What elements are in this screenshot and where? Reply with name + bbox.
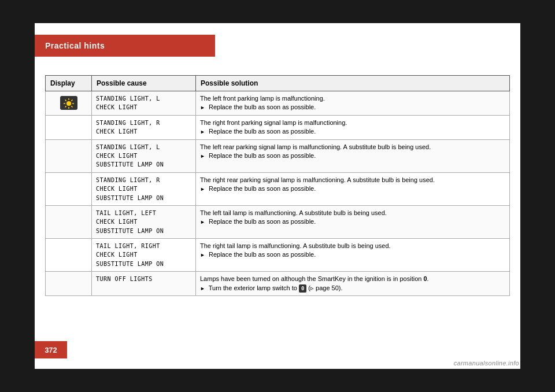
solution-cell: The left rear parking signal lamp is mal…: [196, 139, 510, 172]
solution-cell: The left front parking lamp is malfuncti…: [196, 91, 510, 116]
cause-cell: TAIL LIGHT, LEFTCHECK LIGHTSUBSTITUTE LA…: [92, 205, 196, 238]
cause-text: TURN OFF LIGHTS: [96, 276, 153, 282]
solution-cell: Lamps have been turned on although the S…: [196, 272, 510, 296]
cause-text: STANDING LIGHT, LCHECK LIGHTSUBSTITUTE L…: [96, 144, 164, 168]
table-row: TURN OFF LIGHTS Lamps have been turned o…: [46, 272, 510, 296]
cause-cell: STANDING LIGHT, LCHECK LIGHTSUBSTITUTE L…: [92, 139, 196, 172]
cause-text: STANDING LIGHT, RCHECK LIGHTSUBSTITUTE L…: [96, 177, 164, 201]
table-row: STANDING LIGHT, LCHECK LIGHT The left fr…: [46, 91, 510, 116]
table-row: STANDING LIGHT, RCHECK LIGHTSUBSTITUTE L…: [46, 172, 510, 205]
solution-cell: The right front parking signal lamp is m…: [196, 115, 510, 139]
svg-line-5: [65, 100, 66, 101]
display-cell: [46, 239, 92, 272]
display-cell: [46, 139, 92, 172]
arrow-icon: ►: [200, 285, 205, 293]
solution-cell: The left tail lamp is malfunctioning. A …: [196, 205, 510, 238]
zero-badge: 0: [299, 284, 306, 293]
page-number-box: 372: [35, 341, 67, 358]
cause-text: STANDING LIGHT, LCHECK LIGHT: [96, 95, 160, 110]
col-solution: Possible solution: [196, 76, 510, 91]
svg-line-6: [71, 106, 72, 108]
page-title: Practical hints: [45, 41, 105, 50]
solution-cell: The right tail lamp is malfunctioning. A…: [196, 239, 510, 272]
cause-text: STANDING LIGHT, RCHECK LIGHT: [96, 120, 160, 135]
svg-line-7: [71, 100, 72, 101]
cause-cell: TURN OFF LIGHTS: [92, 272, 196, 296]
watermark: carmanualsonline.info: [454, 360, 519, 367]
hints-table: Display Possible cause Possible solution: [45, 75, 510, 296]
table-row: TAIL LIGHT, RIGHTCHECK LIGHTSUBSTITUTE L…: [46, 239, 510, 272]
cause-cell: TAIL LIGHT, RIGHTCHECK LIGHTSUBSTITUTE L…: [92, 239, 196, 272]
display-cell: [46, 115, 92, 139]
table-row: TAIL LIGHT, LEFTCHECK LIGHTSUBSTITUTE LA…: [46, 205, 510, 238]
main-table-container: Display Possible cause Possible solution: [45, 75, 510, 334]
display-cell: [46, 172, 92, 205]
table-row: STANDING LIGHT, LCHECK LIGHTSUBSTITUTE L…: [46, 139, 510, 172]
display-cell: [46, 205, 92, 238]
arrow-icon: ►: [200, 104, 205, 112]
display-cell: [46, 91, 92, 116]
display-cell: [46, 272, 92, 296]
cause-cell: STANDING LIGHT, RCHECK LIGHT: [92, 115, 196, 139]
col-cause: Possible cause: [92, 76, 196, 91]
svg-point-0: [66, 101, 71, 106]
arrow-icon: ►: [200, 252, 205, 259]
cause-text: TAIL LIGHT, RIGHTCHECK LIGHTSUBSTITUTE L…: [96, 243, 164, 267]
page-number: 372: [45, 346, 57, 354]
lamp-warning-icon: [60, 96, 77, 110]
cause-cell: STANDING LIGHT, LCHECK LIGHT: [92, 91, 196, 116]
arrow-icon: ►: [200, 153, 205, 160]
solution-cell: The right rear parking signal lamp is ma…: [196, 172, 510, 205]
table-header-row: Display Possible cause Possible solution: [46, 76, 510, 91]
arrow-icon: ►: [200, 128, 205, 136]
arrow-icon: ►: [200, 219, 205, 226]
col-display: Display: [46, 76, 92, 91]
header-bar: Practical hints: [35, 35, 215, 57]
svg-line-8: [65, 106, 66, 108]
cause-cell: STANDING LIGHT, RCHECK LIGHTSUBSTITUTE L…: [92, 172, 196, 205]
cause-text: TAIL LIGHT, LEFTCHECK LIGHTSUBSTITUTE LA…: [96, 210, 164, 234]
table-row: STANDING LIGHT, RCHECK LIGHT The right f…: [46, 115, 510, 139]
arrow-icon: ►: [200, 186, 205, 193]
